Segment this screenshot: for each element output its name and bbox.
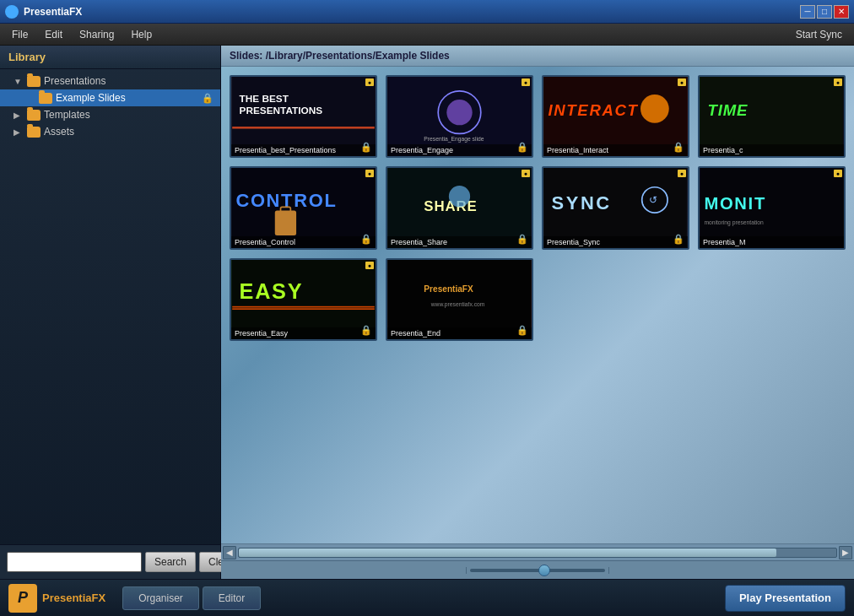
menu-edit[interactable]: Edit [36,26,71,43]
organiser-tab[interactable]: Organiser [122,586,199,610]
slide-label: Presentia_M [700,236,844,248]
app-logo-text: PresentiaFX [42,592,105,604]
horizontal-scrollbar[interactable]: ◀ ▶ [221,543,854,560]
tree-presentations[interactable]: ▼ Presentations [0,73,220,89]
slide-thumb-interact[interactable]: INTERACT ● Presentia_Interact 🔒 [542,75,689,158]
titlebar-left: PresentiаFX [5,5,82,19]
slide-badge: ● [834,78,842,86]
svg-text:EASY: EASY [240,279,304,303]
svg-point-19 [449,186,470,208]
tree-templates-label: Templates [44,109,90,121]
tree-arrow-icon: ▶ [14,111,24,120]
menu-help[interactable]: Help [122,26,160,43]
svg-rect-30 [232,308,375,310]
scroll-left-button[interactable]: ◀ [223,546,236,559]
search-button[interactable]: Search [145,552,196,572]
zoom-thumb[interactable] [538,565,550,576]
slide-badge: ● [834,170,842,177]
scroll-right-button[interactable]: ▶ [839,546,852,559]
svg-point-10 [640,95,669,123]
slide-label: Presentia_Interact [543,144,688,156]
lock-icon: 🔒 [673,142,684,153]
zoom-track[interactable] [470,569,605,572]
folder-icon [27,76,41,87]
titlebar-controls: ─ □ ✕ [800,5,849,19]
lock-icon: 🔒 [516,142,528,153]
minimize-button[interactable]: ─ [800,5,815,19]
lock-icon: 🔒 [673,234,684,245]
tree-templates[interactable]: ▶ Templates [0,106,220,123]
main-layout: Library ▼ Presentations Example Slides 🔒… [0,46,854,579]
start-sync-button[interactable]: Start Sync [787,26,851,43]
tree-example-slides[interactable]: Example Slides 🔒 [0,89,220,106]
svg-text:www.presentiafx.com: www.presentiafx.com [430,301,485,308]
close-button[interactable]: ✕ [834,5,849,19]
svg-text:CONTROL: CONTROL [235,191,337,212]
slide-badge: ● [365,170,374,177]
lock-icon: 🔒 [360,325,372,336]
lock-icon: 🔒 [360,234,372,245]
slide-badge: ● [678,78,686,86]
lock-icon: 🔒 [360,142,372,153]
slide-thumb-control[interactable]: CONTROL ● Presentia_Control 🔒 [230,166,377,249]
svg-point-6 [446,100,472,125]
logo-box: P [8,584,37,613]
editor-tab[interactable]: Editor [203,586,261,610]
tree-assets-label: Assets [44,126,74,138]
menubar: File Edit Sharing Help Start Sync [0,24,854,46]
svg-text:MONIT: MONIT [704,194,766,213]
slide-badge: ● [365,262,374,269]
app-logo-icon [5,5,19,19]
slide-label: Presentia_Sync [543,236,688,248]
titlebar: PresentiаFX ─ □ ✕ [0,0,854,24]
lock-icon: 🔒 [202,93,214,104]
lock-icon: 🔒 [516,234,528,245]
tree-arrow-icon: ▼ [14,77,24,86]
scroll-thumb[interactable] [239,548,776,557]
folder-icon [39,93,52,104]
slides-grid: THE BEST PRESENTATIONS ● Presentia_best_… [221,67,854,543]
slide-label: Presentia_Share [387,236,532,248]
slide-label: Presentia_best_Presentations [231,144,376,156]
logo-presentia: Presentia [42,592,92,604]
zoom-tick [466,567,467,574]
slide-badge: ● [678,170,686,177]
slide-badge: ● [522,78,530,86]
slide-label: Presentia_Control [231,236,376,248]
scroll-track[interactable] [238,548,837,558]
app-title: PresentiаFX [24,6,82,18]
slide-thumb-easy[interactable]: EASY ● Presentia_Easy 🔒 [230,258,377,341]
slide-thumb-c4[interactable]: TIME ● Presentia_c [698,75,846,158]
svg-text:↺: ↺ [649,195,657,207]
slide-thumb-engage[interactable]: Presentia_Engage slide ● Presentia_Engag… [386,75,533,158]
svg-text:SYNC: SYNC [552,192,612,213]
zoom-slider-area [221,560,854,579]
file-tree: ▼ Presentations Example Slides 🔒 ▶ Templ… [0,69,220,544]
slide-thumb-end[interactable]: PresentiаFX www.presentiafx.com Presenti… [386,258,533,341]
menu-file[interactable]: File [3,26,36,43]
svg-text:Presentia_Engage slide: Presentia_Engage slide [424,136,484,143]
folder-icon [27,127,41,138]
svg-rect-15 [275,211,296,236]
searchbar: Search Clear [0,544,220,579]
svg-text:TIME: TIME [708,101,749,119]
play-presentation-button[interactable]: Play Presentation [725,585,846,612]
svg-rect-29 [232,306,375,308]
slide-thumb-share[interactable]: SHARE ● Presentia_Share 🔒 [386,166,533,249]
maximize-button[interactable]: □ [817,5,832,19]
slide-thumb-best[interactable]: THE BEST PRESENTATIONS ● Presentia_best_… [230,75,377,158]
svg-rect-3 [232,127,375,129]
svg-text:PresentiаFX: PresentiаFX [424,284,473,294]
slide-thumb-monitor[interactable]: MONIT monitoring presentation ● Presenti… [698,166,846,249]
menu-sharing[interactable]: Sharing [71,26,122,43]
bottombar: P PresentiaFX Organiser Editor Play Pres… [0,579,854,616]
svg-text:INTERACT: INTERACT [548,101,638,119]
tree-assets[interactable]: ▶ Assets [0,123,220,140]
slide-label: Presentia_Easy [231,327,376,339]
svg-text:PRESENTATIONS: PRESENTATIONS [240,105,323,116]
search-input[interactable] [7,552,142,572]
breadcrumb: Slides: /Library/Presentations/Example S… [221,46,854,67]
svg-text:THE BEST: THE BEST [240,93,289,105]
slide-thumb-sync[interactable]: SYNC ↺ ● Presentia_Sync 🔒 [542,166,689,249]
svg-text:monitoring presentation: monitoring presentation [704,220,764,227]
